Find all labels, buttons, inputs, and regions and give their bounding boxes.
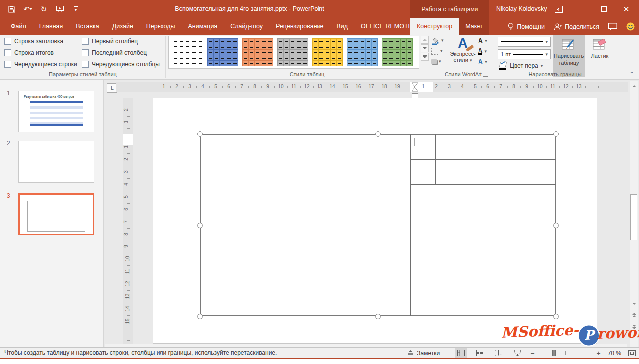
tab-конструктор[interactable]: Конструктор (410, 18, 459, 35)
slide-thumbnail-3[interactable] (18, 193, 94, 235)
swatch-cell (214, 39, 219, 44)
save-icon[interactable] (7, 5, 16, 14)
tab-дизайн[interactable]: Дизайн (106, 18, 140, 35)
tab-рецензирование[interactable]: Рецензирование (269, 18, 330, 35)
zoom-slider[interactable] (541, 348, 589, 358)
assistant-label: Помощни (517, 23, 545, 30)
checkbox-box[interactable] (4, 38, 11, 45)
tab-главная[interactable]: Главная (33, 18, 70, 35)
draw-table-button[interactable]: Нарисовать таблицу (553, 35, 585, 77)
gallery-scroll-up-icon[interactable] (421, 36, 429, 44)
selection-handle[interactable] (553, 223, 559, 228)
pen-color-button[interactable]: Цвет пера▾ (499, 62, 543, 70)
effects-button[interactable]: ▾ (431, 57, 444, 66)
checkbox-box[interactable] (82, 38, 89, 45)
selection-handle[interactable] (375, 314, 381, 319)
gallery-more-icon[interactable] (421, 53, 429, 61)
slide-sorter-view-button[interactable] (474, 348, 485, 358)
text-effects-button[interactable]: A▾ (478, 57, 487, 66)
user-account-name[interactable]: Nikolay Koldovsky (496, 0, 547, 18)
eraser-button[interactable]: Ластик (587, 35, 613, 77)
share-button[interactable]: Поделиться (554, 23, 599, 30)
quick-styles-button[interactable]: A Экспресс- стили ▾ (448, 36, 477, 77)
swatch-cell (394, 50, 400, 55)
tab-анимация[interactable]: Анимация (181, 18, 224, 35)
normal-view-button[interactable] (455, 348, 467, 358)
table-style-medium-green[interactable] (382, 38, 413, 66)
selection-handle[interactable] (197, 131, 203, 137)
table-hline-2[interactable] (410, 184, 556, 185)
checkbox-style-option-4[interactable]: Первый столбец (82, 38, 160, 45)
tab-слайд-шоу[interactable]: Слайд-шоу (224, 18, 269, 35)
start-slideshow-icon[interactable] (55, 5, 64, 14)
tab-вид[interactable]: Вид (330, 18, 354, 35)
checkbox-style-option-5[interactable]: Последний столбец (82, 49, 160, 56)
table-style-medium-yellow[interactable] (312, 38, 343, 66)
group-label-wordart: Стили WordArt (439, 71, 494, 77)
wordart-dialog-launcher-icon[interactable] (483, 72, 488, 77)
selection-handle[interactable] (197, 223, 203, 228)
selection-handle[interactable] (553, 131, 559, 137)
table-style-medium-orange[interactable] (242, 38, 273, 66)
tab-файл[interactable]: Файл (4, 18, 33, 35)
tab-макет[interactable]: Макет (459, 18, 489, 35)
fit-slide-to-window-icon[interactable] (628, 350, 636, 356)
checkbox-box[interactable] (4, 61, 11, 68)
table-style-no-style[interactable] (172, 38, 203, 66)
redo-icon[interactable]: ↻ (39, 5, 48, 14)
table-style-medium-gray[interactable] (277, 38, 308, 66)
previous-slide-icon[interactable] (630, 311, 638, 319)
gallery-scroll-down-icon[interactable] (421, 44, 429, 52)
comments-icon[interactable] (608, 23, 617, 30)
zoom-level[interactable]: 70 % (608, 350, 621, 357)
undo-icon[interactable]: ↶▾ (23, 5, 32, 14)
checkbox-style-option-2[interactable]: Строка итогов (4, 49, 77, 56)
table-style-medium-lightblue[interactable] (347, 38, 378, 66)
maximize-button[interactable] (594, 0, 614, 18)
checkbox-style-option-3[interactable]: Чередующиеся строки (4, 61, 77, 68)
checkbox-box[interactable] (82, 49, 89, 56)
scroll-up-icon[interactable] (630, 82, 638, 90)
swatch-cell (347, 50, 353, 55)
text-outline-button[interactable]: A▾ (478, 47, 487, 56)
scroll-down-icon[interactable] (630, 299, 638, 308)
table-outline[interactable] (200, 134, 556, 316)
close-button[interactable]: ✕ (616, 0, 636, 18)
tab-переходы[interactable]: Переходы (140, 18, 182, 35)
table-style-medium-blue[interactable] (207, 38, 238, 66)
feedback-smiley-icon[interactable] (626, 22, 635, 31)
swatch-cell (249, 44, 254, 49)
swatch-cell (220, 44, 225, 49)
notes-button[interactable]: Заметки (407, 350, 440, 357)
zoom-out-icon[interactable]: − (530, 349, 534, 357)
zoom-in-icon[interactable]: + (596, 349, 600, 357)
shading-button[interactable]: ▾ (431, 36, 444, 45)
tell-me-assistant[interactable]: Помощни (508, 23, 545, 30)
slide-thumbnail-1[interactable]: Результаты забега на 400 метров (18, 91, 94, 132)
text-fill-button[interactable]: A▾ (478, 36, 487, 45)
minimize-button[interactable] (571, 0, 591, 18)
checkbox-box[interactable] (4, 49, 11, 56)
tab-вставка[interactable]: Вставка (69, 18, 105, 35)
pen-style-dropdown[interactable]: ▾ (498, 37, 551, 47)
checkbox-style-option-1[interactable]: Строка заголовка (4, 38, 77, 45)
borders-button[interactable]: ▾ (431, 47, 444, 55)
pen-weight-dropdown[interactable]: 1 пт ▾ (498, 49, 551, 59)
contextual-tab-group-label: Работа с таблицами (410, 0, 489, 18)
scrollbar-thumb[interactable] (630, 194, 637, 240)
swatch-cell (337, 55, 342, 60)
collapse-ribbon-icon[interactable]: ⌃ (628, 71, 636, 78)
checkbox-style-option-6[interactable]: Чередующиеся столбцы (82, 61, 160, 68)
zoom-slider-handle[interactable] (552, 350, 556, 356)
tab-office-remote[interactable]: OFFICE REMOTE (354, 18, 419, 35)
selection-handle[interactable] (375, 131, 381, 137)
slide-panel[interactable]: 1Результаты забега на 400 метров23 (0, 80, 104, 347)
slide-thumbnail-2[interactable] (18, 141, 94, 183)
ribbon-display-options-icon[interactable] (549, 0, 569, 18)
table-hline-1[interactable] (410, 159, 556, 160)
customize-quick-access-icon[interactable]: ▾ (71, 5, 80, 14)
selection-handle[interactable] (197, 314, 203, 319)
table-vline-main[interactable] (410, 134, 411, 316)
checkbox-box[interactable] (82, 61, 89, 68)
selection-handle[interactable] (553, 314, 559, 319)
